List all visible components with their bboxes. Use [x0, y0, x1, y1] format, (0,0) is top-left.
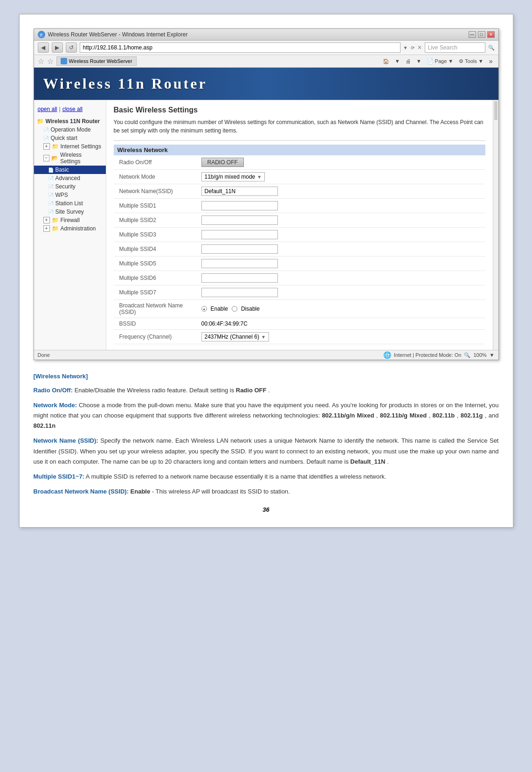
settings-table: Radio On/Off RADIO OFF Network Mode: [114, 155, 485, 344]
main-description: You could configure the minimum number o…: [114, 118, 485, 135]
ssid-input[interactable]: [201, 187, 278, 196]
value-frequency[interactable]: 2437MHz (Channel 6) ▼: [198, 330, 485, 344]
expand-firewall-icon[interactable]: +: [43, 217, 50, 223]
doc-icon-security: 📄: [48, 184, 54, 189]
titlebar-controls: — □ ✕: [469, 31, 495, 38]
enable-label: Enable: [211, 306, 228, 312]
tools-btn[interactable]: ⚙ Tools ▼: [457, 58, 485, 65]
sidebar-item-quick-start[interactable]: 📄 Quick start: [34, 134, 106, 142]
address-bar[interactable]: http://192.168.1.1/home.asp: [80, 42, 401, 53]
value-ssid6[interactable]: [198, 271, 485, 285]
toolbar-arrow: ▼: [393, 58, 402, 64]
sidebar-item-administration[interactable]: + 📁 Administration: [34, 224, 106, 233]
page-btn[interactable]: 📄 Page ▼: [425, 58, 456, 65]
ssid2-input[interactable]: [201, 216, 278, 225]
sidebar-item-advanced[interactable]: 📄 Advanced: [34, 174, 106, 182]
sidebar-item-security[interactable]: 📄 Security: [34, 182, 106, 191]
label-ssid3: Multiple SSID3: [114, 228, 198, 242]
value-ssid4[interactable]: [198, 242, 485, 257]
sidebar-item-operation-mode[interactable]: 📄 Operation Mode: [34, 125, 106, 134]
back-button[interactable]: ◀: [38, 42, 49, 53]
wireless-network-heading: Wireless Network: [114, 145, 485, 155]
browser-tab[interactable]: Wireless Router WebServer: [56, 56, 137, 66]
sidebar-item-site-survey[interactable]: 📄 Site Survey: [34, 208, 106, 216]
refresh-button[interactable]: ↺: [66, 42, 77, 53]
label-network-name: Network Name(SSID): [114, 184, 198, 199]
value-network-mode[interactable]: 11b/g/n mixed mode ▼: [198, 170, 485, 184]
value-ssid1[interactable]: [198, 199, 485, 213]
minimize-button[interactable]: —: [469, 31, 476, 38]
ssid5-input[interactable]: [201, 259, 278, 268]
field-network-name: Network Name(SSID): [114, 184, 485, 199]
value-ssid3[interactable]: [198, 228, 485, 242]
print-icon[interactable]: 🖨: [404, 58, 413, 64]
sidebar-item-wps[interactable]: 📄 WPS: [34, 191, 106, 199]
search-btn[interactable]: 🔍: [488, 45, 495, 51]
admin-folder-icon: 📁: [52, 225, 59, 232]
frequency-dropdown[interactable]: 2437MHz (Channel 6) ▼: [201, 332, 269, 341]
bold-default11n: Default_11N: [350, 458, 385, 465]
sidebar-label-admin: Administration: [61, 225, 96, 232]
sidebar-label-advanced: Advanced: [55, 175, 80, 181]
router-banner: Wireless 11n Router: [34, 68, 498, 100]
text-radio-period: .: [268, 387, 270, 394]
field-ssid4: Multiple SSID4: [114, 242, 485, 257]
label-bssid: BSSID: [114, 318, 198, 330]
value-ssid5[interactable]: [198, 257, 485, 271]
text-and: , and: [485, 412, 499, 419]
ssid1-input[interactable]: [201, 201, 278, 210]
value-network-name[interactable]: [198, 184, 485, 199]
bold-enable: Enable: [131, 488, 151, 495]
radio-off-button[interactable]: RADIO OFF: [201, 158, 244, 167]
ssid3-input[interactable]: [201, 230, 278, 239]
sidebar-label-security: Security: [55, 183, 76, 190]
text-ssid1: Specify the network name. Each Wireless …: [34, 437, 499, 465]
expand-wireless-icon[interactable]: −: [43, 155, 50, 161]
value-radio-onoff[interactable]: RADIO OFF: [198, 155, 485, 170]
browser-content: Wireless 11n Router open all | close all…: [34, 68, 498, 360]
toolbar-arrow2: ▼: [415, 58, 423, 64]
disable-label: Disable: [241, 306, 260, 312]
scrollbar-thumb[interactable]: [494, 101, 497, 120]
value-ssid7[interactable]: [198, 285, 485, 300]
sidebar-item-firewall[interactable]: + 📁 Firewall: [34, 216, 106, 224]
home-icon[interactable]: 🏠: [381, 58, 391, 65]
text-broadcast2: - This wireless AP will broadcast its SS…: [152, 488, 290, 495]
expand-admin-icon[interactable]: +: [43, 225, 50, 232]
sidebar-item-internet-settings[interactable]: + 📁 Internet Settings: [34, 142, 106, 151]
ssid7-input[interactable]: [201, 288, 278, 297]
field-frequency: Frequency (Channel) 2437MHz (Channel 6) …: [114, 330, 485, 344]
sidebar-item-root[interactable]: 📁 Wireless 11N Router: [34, 117, 106, 125]
network-mode-dropdown[interactable]: 11b/g/n mixed mode ▼: [201, 172, 265, 181]
sidebar-item-basic[interactable]: 📄 Basic: [34, 166, 106, 174]
expand-btn[interactable]: »: [487, 57, 495, 65]
field-ssid6: Multiple SSID6: [114, 271, 485, 285]
field-ssid2: Multiple SSID2: [114, 213, 485, 228]
para-broadcast: Broadcast Network Name (SSID): Enable - …: [34, 487, 499, 497]
forward-button[interactable]: ▶: [52, 42, 63, 53]
sidebar-item-station-list[interactable]: 📄 Station List: [34, 199, 106, 208]
close-all-link[interactable]: close all: [62, 106, 83, 112]
doc-icon-quick: 📄: [43, 136, 49, 141]
doc-icon-advanced: 📄: [48, 176, 54, 181]
open-all-link[interactable]: open all: [38, 106, 57, 112]
search-bar[interactable]: Live Search: [425, 42, 485, 53]
value-broadcast-ssid[interactable]: Enable Disable: [198, 300, 485, 318]
expand-internet-icon[interactable]: +: [43, 143, 50, 150]
ssid4-input[interactable]: [201, 244, 278, 254]
bold-mode5: 802.11n: [34, 422, 56, 429]
status-zone: Internet | Protected Mode: On: [394, 352, 462, 358]
close-button[interactable]: ✕: [487, 31, 495, 38]
value-ssid2[interactable]: [198, 213, 485, 228]
maximize-button[interactable]: □: [478, 31, 485, 38]
label-ssid7: Multiple SSID7: [114, 285, 198, 300]
disable-radio[interactable]: [232, 306, 237, 312]
scrollbar[interactable]: [493, 100, 498, 350]
favorites-star[interactable]: ☆: [38, 57, 44, 66]
sidebar-item-wireless-settings[interactable]: − 📂 Wireless Settings: [34, 151, 106, 166]
enable-radio[interactable]: [201, 306, 207, 312]
ssid6-input[interactable]: [201, 273, 278, 283]
desc-heading: [Wireless Network]: [34, 371, 499, 382]
internet-folder-icon: 📁: [52, 143, 59, 150]
favorites-star2[interactable]: ☆: [47, 57, 54, 66]
